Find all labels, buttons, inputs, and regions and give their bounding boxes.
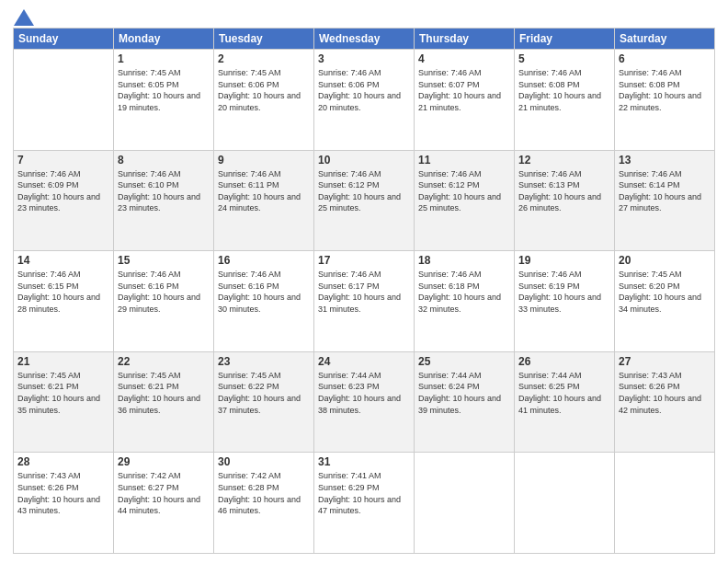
weekday-saturday: Saturday: [615, 29, 715, 50]
day-number: 21: [17, 355, 109, 368]
weekday-thursday: Thursday: [415, 29, 515, 50]
day-info: Sunrise: 7:43 AMSunset: 6:26 PMDaylight:…: [17, 470, 109, 516]
day-cell: 27Sunrise: 7:43 AMSunset: 6:26 PMDayligh…: [615, 351, 715, 453]
day-cell: 3Sunrise: 7:46 AMSunset: 6:06 PMDaylight…: [314, 50, 415, 151]
week-row-5: 28Sunrise: 7:43 AMSunset: 6:26 PMDayligh…: [14, 453, 715, 554]
day-info: Sunrise: 7:46 AMSunset: 6:11 PMDaylight:…: [218, 168, 310, 214]
day-cell: 2Sunrise: 7:45 AMSunset: 6:06 PMDaylight…: [214, 50, 314, 151]
calendar-table: SundayMondayTuesdayWednesdayThursdayFrid…: [13, 28, 715, 554]
day-info: Sunrise: 7:43 AMSunset: 6:26 PMDaylight:…: [619, 370, 711, 416]
day-number: 27: [619, 355, 711, 368]
day-info: Sunrise: 7:46 AMSunset: 6:15 PMDaylight:…: [17, 269, 109, 315]
day-info: Sunrise: 7:46 AMSunset: 6:17 PMDaylight:…: [318, 269, 410, 315]
day-cell: 16Sunrise: 7:46 AMSunset: 6:16 PMDayligh…: [214, 251, 314, 352]
day-cell: 4Sunrise: 7:46 AMSunset: 6:07 PMDaylight…: [415, 50, 515, 151]
logo: [13, 9, 35, 22]
day-number: 1: [118, 52, 210, 65]
day-number: 6: [619, 52, 711, 65]
day-number: 9: [218, 154, 310, 167]
day-cell: 25Sunrise: 7:44 AMSunset: 6:24 PMDayligh…: [415, 351, 515, 453]
day-number: 19: [518, 254, 610, 267]
day-number: 18: [418, 254, 510, 267]
day-info: Sunrise: 7:45 AMSunset: 6:21 PMDaylight:…: [17, 370, 109, 416]
day-cell: [14, 50, 114, 151]
day-info: Sunrise: 7:46 AMSunset: 6:16 PMDaylight:…: [118, 269, 210, 315]
day-number: 11: [418, 154, 510, 167]
day-cell: 21Sunrise: 7:45 AMSunset: 6:21 PMDayligh…: [14, 351, 114, 453]
day-info: Sunrise: 7:46 AMSunset: 6:12 PMDaylight:…: [318, 168, 410, 214]
day-number: 13: [619, 154, 711, 167]
weekday-tuesday: Tuesday: [214, 29, 314, 50]
day-number: 5: [518, 52, 610, 65]
day-info: Sunrise: 7:46 AMSunset: 6:16 PMDaylight:…: [218, 269, 310, 315]
week-row-4: 21Sunrise: 7:45 AMSunset: 6:21 PMDayligh…: [14, 351, 715, 453]
day-cell: 18Sunrise: 7:46 AMSunset: 6:18 PMDayligh…: [415, 251, 515, 352]
day-cell: 9Sunrise: 7:46 AMSunset: 6:11 PMDaylight…: [214, 150, 314, 251]
day-number: 12: [518, 154, 610, 167]
day-info: Sunrise: 7:46 AMSunset: 6:07 PMDaylight:…: [418, 67, 510, 113]
day-cell: 29Sunrise: 7:42 AMSunset: 6:27 PMDayligh…: [114, 453, 214, 554]
day-number: 10: [318, 154, 410, 167]
page: SundayMondayTuesdayWednesdayThursdayFrid…: [0, 0, 728, 563]
day-info: Sunrise: 7:44 AMSunset: 6:25 PMDaylight:…: [518, 370, 610, 416]
day-number: 20: [619, 254, 711, 267]
day-number: 29: [118, 455, 210, 468]
day-cell: 19Sunrise: 7:46 AMSunset: 6:19 PMDayligh…: [515, 251, 615, 352]
day-cell: 13Sunrise: 7:46 AMSunset: 6:14 PMDayligh…: [615, 150, 715, 251]
day-number: 7: [17, 154, 109, 167]
day-number: 2: [218, 52, 310, 65]
day-info: Sunrise: 7:46 AMSunset: 6:10 PMDaylight:…: [118, 168, 210, 214]
week-row-2: 7Sunrise: 7:46 AMSunset: 6:09 PMDaylight…: [14, 150, 715, 251]
day-cell: 30Sunrise: 7:42 AMSunset: 6:28 PMDayligh…: [214, 453, 314, 554]
day-cell: 12Sunrise: 7:46 AMSunset: 6:13 PMDayligh…: [515, 150, 615, 251]
day-cell: 24Sunrise: 7:44 AMSunset: 6:23 PMDayligh…: [314, 351, 415, 453]
day-cell: 14Sunrise: 7:46 AMSunset: 6:15 PMDayligh…: [14, 251, 114, 352]
day-cell: 6Sunrise: 7:46 AMSunset: 6:08 PMDaylight…: [615, 50, 715, 151]
day-number: 14: [17, 254, 109, 267]
day-info: Sunrise: 7:46 AMSunset: 6:19 PMDaylight:…: [518, 269, 610, 315]
day-cell: [615, 453, 715, 554]
weekday-sunday: Sunday: [14, 29, 114, 50]
day-number: 25: [418, 355, 510, 368]
day-cell: 22Sunrise: 7:45 AMSunset: 6:21 PMDayligh…: [114, 351, 214, 453]
day-number: 4: [418, 52, 510, 65]
day-number: 8: [118, 154, 210, 167]
day-number: 3: [318, 52, 410, 65]
day-cell: [415, 453, 515, 554]
day-cell: 17Sunrise: 7:46 AMSunset: 6:17 PMDayligh…: [314, 251, 415, 352]
logo-icon: [14, 9, 34, 26]
day-cell: 26Sunrise: 7:44 AMSunset: 6:25 PMDayligh…: [515, 351, 615, 453]
week-row-3: 14Sunrise: 7:46 AMSunset: 6:15 PMDayligh…: [14, 251, 715, 352]
day-cell: 7Sunrise: 7:46 AMSunset: 6:09 PMDaylight…: [14, 150, 114, 251]
day-cell: 5Sunrise: 7:46 AMSunset: 6:08 PMDaylight…: [515, 50, 615, 151]
day-number: 17: [318, 254, 410, 267]
weekday-wednesday: Wednesday: [314, 29, 415, 50]
svg-marker-0: [14, 9, 34, 26]
day-number: 22: [118, 355, 210, 368]
day-number: 16: [218, 254, 310, 267]
day-cell: 20Sunrise: 7:45 AMSunset: 6:20 PMDayligh…: [615, 251, 715, 352]
day-info: Sunrise: 7:44 AMSunset: 6:24 PMDaylight:…: [418, 370, 510, 416]
day-info: Sunrise: 7:42 AMSunset: 6:27 PMDaylight:…: [118, 470, 210, 516]
week-row-1: 1Sunrise: 7:45 AMSunset: 6:05 PMDaylight…: [14, 50, 715, 151]
day-info: Sunrise: 7:45 AMSunset: 6:05 PMDaylight:…: [118, 67, 210, 113]
day-cell: 28Sunrise: 7:43 AMSunset: 6:26 PMDayligh…: [14, 453, 114, 554]
day-cell: [515, 453, 615, 554]
day-info: Sunrise: 7:42 AMSunset: 6:28 PMDaylight:…: [218, 470, 310, 516]
day-info: Sunrise: 7:46 AMSunset: 6:09 PMDaylight:…: [17, 168, 109, 214]
weekday-header-row: SundayMondayTuesdayWednesdayThursdayFrid…: [14, 29, 715, 50]
day-cell: 10Sunrise: 7:46 AMSunset: 6:12 PMDayligh…: [314, 150, 415, 251]
day-number: 23: [218, 355, 310, 368]
day-info: Sunrise: 7:46 AMSunset: 6:12 PMDaylight:…: [418, 168, 510, 214]
weekday-friday: Friday: [515, 29, 615, 50]
day-info: Sunrise: 7:46 AMSunset: 6:06 PMDaylight:…: [318, 67, 410, 113]
day-cell: 8Sunrise: 7:46 AMSunset: 6:10 PMDaylight…: [114, 150, 214, 251]
day-number: 24: [318, 355, 410, 368]
day-cell: 11Sunrise: 7:46 AMSunset: 6:12 PMDayligh…: [415, 150, 515, 251]
day-info: Sunrise: 7:41 AMSunset: 6:29 PMDaylight:…: [318, 470, 410, 516]
day-number: 15: [118, 254, 210, 267]
day-info: Sunrise: 7:46 AMSunset: 6:18 PMDaylight:…: [418, 269, 510, 315]
day-info: Sunrise: 7:45 AMSunset: 6:21 PMDaylight:…: [118, 370, 210, 416]
day-number: 28: [17, 455, 109, 468]
weekday-monday: Monday: [114, 29, 214, 50]
